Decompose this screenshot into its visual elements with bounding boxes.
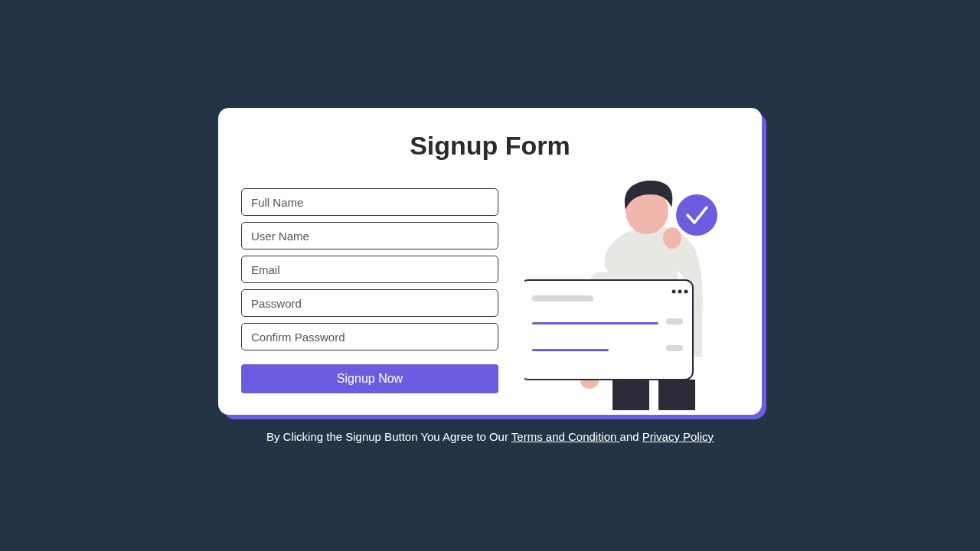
full-name-input[interactable]	[241, 188, 498, 216]
confirm-password-input[interactable]	[241, 323, 498, 350]
svg-rect-13	[666, 345, 683, 351]
svg-rect-4	[658, 380, 695, 410]
panel-illustration-icon	[524, 280, 693, 380]
signup-button[interactable]: Signup Now	[241, 364, 498, 393]
svg-point-7	[678, 290, 682, 294]
svg-point-14	[676, 194, 717, 236]
svg-rect-9	[532, 295, 593, 302]
form-content: Signup Now	[241, 188, 739, 393]
svg-point-6	[672, 290, 676, 294]
svg-point-8	[684, 290, 688, 294]
footer-middle: and	[620, 430, 642, 443]
privacy-link[interactable]: Privacy Policy	[642, 430, 714, 443]
footer-text: By Clicking the Signup Button You Agree …	[266, 430, 714, 443]
signup-illustration	[524, 181, 746, 410]
password-input[interactable]	[241, 289, 498, 317]
svg-rect-10	[532, 322, 658, 324]
svg-rect-12	[532, 349, 609, 351]
user-name-input[interactable]	[241, 222, 498, 249]
footer-prefix: By Clicking the Signup Button You Agree …	[266, 430, 511, 443]
signup-card-wrap: Signup Form Signup Now	[218, 108, 762, 415]
svg-rect-3	[612, 380, 649, 410]
email-input[interactable]	[241, 256, 498, 283]
svg-point-0	[663, 227, 681, 249]
form-column: Signup Now	[241, 188, 498, 393]
check-badge-icon	[676, 194, 717, 236]
svg-rect-11	[666, 318, 683, 324]
illustration-column	[529, 188, 739, 393]
terms-link[interactable]: Terms and Condition	[511, 430, 620, 443]
signup-card: Signup Form Signup Now	[218, 108, 762, 415]
svg-rect-5	[524, 280, 693, 380]
form-title: Signup Form	[241, 131, 739, 161]
